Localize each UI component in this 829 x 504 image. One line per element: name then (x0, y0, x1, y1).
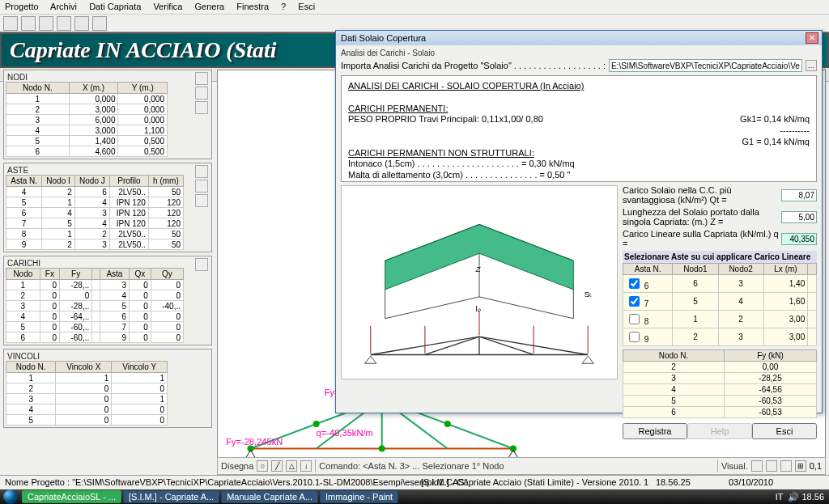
vincoli-table[interactable]: Nodo N.Vincolo XVincolo Y 11120030140050… (6, 361, 168, 426)
svg-marker-28 (365, 356, 376, 363)
tb-report-icon[interactable] (74, 16, 89, 31)
menu-dati-capriata[interactable]: Dati Capriata (89, 2, 141, 11)
tb-save-icon[interactable] (39, 16, 53, 31)
task-app-3[interactable]: Manuale Capriate A... (221, 490, 318, 503)
carichi-edit-icon[interactable] (195, 258, 208, 271)
param-qt-input[interactable] (781, 189, 817, 201)
clock: 18.56 (801, 492, 824, 502)
aste-title: ASTE (6, 166, 30, 175)
svg-text:Z: Z (475, 265, 482, 273)
tb-new-icon[interactable] (3, 16, 18, 31)
param-q-input[interactable] (781, 233, 817, 245)
sel-asta-checkbox[interactable] (629, 332, 640, 342)
task-app-1[interactable]: CapriateAcciaioSL - ... (22, 490, 121, 503)
vis-grid-icon[interactable]: ⊞ (795, 460, 806, 472)
zoom-value: 0,1 (810, 461, 822, 471)
import-path-input[interactable] (609, 59, 802, 72)
task-app-4[interactable]: Immagine - Paint (320, 490, 398, 503)
nodi-del-icon[interactable] (195, 101, 208, 114)
aste-table[interactable]: Asta N.Nodo INodo JProfiloh (mm) 4262LV5… (6, 175, 184, 250)
task-app-2[interactable]: [S.I.M.] - Capriate A... (123, 490, 219, 503)
tb-print-icon[interactable] (92, 16, 107, 31)
param-q-label: Carico Lineare sulla Capriata (kN/ml.) q… (623, 229, 781, 248)
group-nodi: NODI Nodo N.X (m.)Y (m.) 10,0000,00023,0… (3, 70, 212, 159)
carichi-table[interactable]: NodoFxFy AstaQxQy 10-28,..30020040030-28… (6, 268, 184, 343)
aste-add-icon[interactable] (195, 165, 208, 178)
menu-genera[interactable]: Genera (195, 2, 225, 11)
status-app: [S.I.M.] - Capriate Acciaio (Stati Limit… (421, 477, 648, 487)
draw-load-icon[interactable]: ↓ (300, 460, 312, 472)
dialog-title-bar[interactable]: Dati Solaio Copertura ✕ (336, 31, 822, 45)
sel-aste-header: Selezionare Aste su cui applicare Carico… (623, 251, 817, 263)
roof-diagram: Z lₚ Sₜ (341, 185, 618, 379)
group-vincoli: VINCOLI Nodo N.Vincolo XVincolo Y 111200… (3, 349, 212, 428)
start-orb-icon[interactable] (3, 489, 18, 504)
browse-icon[interactable]: … (806, 60, 817, 71)
registra-button[interactable]: Registra (623, 423, 687, 439)
lang-indicator[interactable]: IT (776, 492, 784, 502)
menu-archivi[interactable]: Archivi (50, 2, 77, 11)
menu-finestra[interactable]: Finestra (236, 2, 269, 11)
menu-bar: Progetto Archivi Dati Capriata Verifica … (0, 0, 829, 15)
carichi-title: CARICHI (6, 259, 42, 268)
aste-edit-icon[interactable] (195, 180, 208, 193)
menu-verifica[interactable]: Verifica (153, 2, 182, 11)
svg-point-8 (313, 421, 320, 427)
close-icon[interactable]: ✕ (806, 32, 818, 44)
status-bar: Nome Progetto : "E:\SIM\SoftwareVBXP\Tec… (0, 475, 829, 489)
sel-asta-checkbox[interactable] (629, 314, 640, 324)
esci-button[interactable]: Esci (752, 423, 817, 439)
menu-esci[interactable]: Esci (298, 2, 315, 11)
aste-del-icon[interactable] (195, 194, 208, 207)
status-date: 03/10/2010 (729, 477, 773, 487)
sel-aste-table[interactable]: Asta N.Nodo1Nodo2Lx (m) 6631,40 7541,60 … (623, 263, 817, 346)
taskbar: CapriateAcciaioSL - ... [S.I.M.] - Capri… (0, 489, 829, 504)
param-qt-label: Carico Solaio nella C.C. più svantaggios… (623, 185, 781, 205)
tb-open-icon[interactable] (21, 16, 36, 31)
dialog-title: Dati Solaio Copertura (341, 33, 426, 43)
group-aste: ASTE Asta N.Nodo INodo JProfiloh (mm) 42… (3, 163, 212, 252)
draw-node-icon[interactable]: ○ (257, 460, 268, 472)
draw-support-icon[interactable]: △ (286, 460, 297, 472)
svg-text:lₚ: lₚ (476, 304, 481, 313)
import-label: Importa Analisi Carichi da Progetto "Sol… (341, 61, 606, 70)
sel-asta-checkbox[interactable] (629, 278, 640, 289)
param-z-label: Lunghezza del Solaio portato dalla singo… (623, 207, 781, 227)
dati-solaio-dialog: Dati Solaio Copertura ✕ Analisi dei Cari… (335, 30, 823, 413)
svg-line-25 (425, 337, 479, 354)
nodi-edit-icon[interactable] (195, 87, 208, 100)
vincoli-title: VINCOLI (6, 352, 41, 361)
vis-1-icon[interactable] (751, 460, 763, 472)
nodi-table[interactable]: Nodo N.X (m.)Y (m.) 10,0000,00023,0000,0… (6, 82, 168, 157)
svg-marker-29 (582, 356, 593, 363)
group-carichi: CARICHI NodoFxFy AstaQxQy 10-28,..300200… (3, 256, 212, 345)
command-bar: Disegna ○ ╱ △ ↓ Comando: <Asta N. 3> ...… (217, 457, 826, 475)
svg-text:Fy=-28,245kN: Fy=-28,245kN (226, 437, 283, 447)
fy-table[interactable]: Nodo N.Fy (kN) 20,003-28,254-64,565-60,5… (623, 349, 817, 418)
sel-asta-checkbox[interactable] (629, 296, 640, 307)
draw-line-icon[interactable]: ╱ (271, 460, 283, 472)
svg-point-5 (379, 445, 385, 451)
tb-calc-icon[interactable] (57, 16, 71, 31)
nodi-title: NODI (6, 73, 29, 82)
visual-label: Visual. (721, 461, 748, 471)
left-panel: NODI Nodo N.X (m.)Y (m.) 10,0000,00023,0… (3, 70, 212, 466)
menu-help[interactable]: ? (281, 2, 286, 11)
vis-2-icon[interactable] (766, 460, 777, 472)
vis-3-icon[interactable] (780, 460, 792, 472)
help-button[interactable]: Help (687, 423, 752, 439)
command-text: Comando: <Asta N. 3> ... Selezionare 1° … (319, 461, 714, 471)
status-project: Nome Progetto : "E:\SIM\SoftwareVBXP\Tec… (5, 477, 468, 487)
param-z-input[interactable] (781, 211, 817, 223)
svg-line-26 (479, 337, 534, 354)
analysis-text-box: ANALISI DEI CARICHI - SOLAIO COPERTURA (… (341, 75, 817, 182)
status-time: 18.56.25 (656, 477, 691, 487)
nodi-add-icon[interactable] (195, 72, 208, 85)
disegna-label: Disegna (221, 461, 253, 471)
svg-text:Sₜ: Sₜ (585, 290, 593, 299)
dialog-section-label: Analisi dei Carichi - Solaio (341, 49, 817, 57)
menu-progetto[interactable]: Progetto (5, 2, 39, 11)
